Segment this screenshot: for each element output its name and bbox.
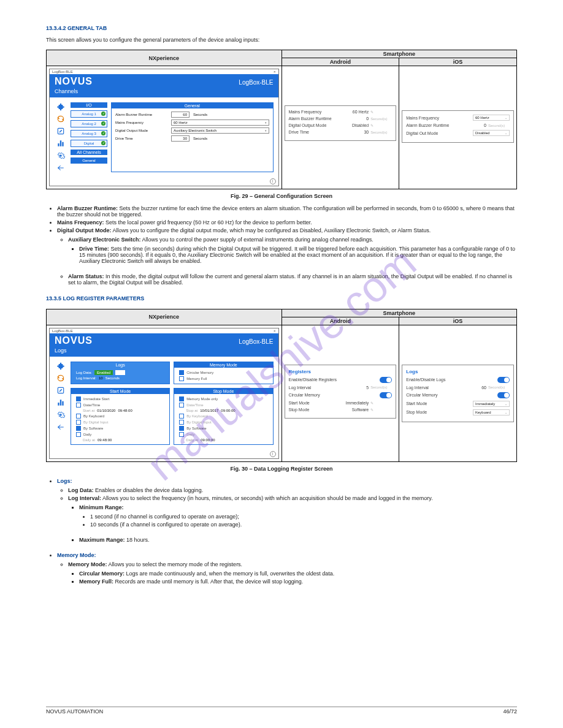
close-icon[interactable]: ×: [274, 329, 276, 333]
refresh-icon[interactable]: [56, 374, 65, 382]
a-stopmode-v[interactable]: Software: [341, 408, 369, 412]
pencil-icon[interactable]: ✎: [369, 408, 392, 412]
a-interval-v[interactable]: 5: [341, 385, 369, 390]
a-logs-title: Registers: [289, 369, 393, 374]
i-digout-l: Digital Out Mode: [406, 131, 473, 135]
refresh-icon[interactable]: [56, 115, 65, 123]
a-enable-toggle[interactable]: [380, 377, 392, 383]
col-ios: iOS: [399, 58, 517, 66]
a-digout-l: Digital Output Mode: [289, 123, 342, 127]
inp-drive-time[interactable]: 30: [171, 135, 190, 142]
pencil-icon[interactable]: ✎: [369, 123, 392, 127]
i-enable-toggle[interactable]: [497, 377, 510, 383]
sm-immediate[interactable]: [76, 396, 81, 401]
a-startmode-v[interactable]: Immediately: [341, 401, 369, 405]
sm-software[interactable]: [76, 426, 81, 431]
ios-card-logs: Logs Enable/Disable Logs Log Interval60S…: [402, 365, 514, 422]
chart-icon[interactable]: [56, 139, 65, 148]
sm-head: Start Mode: [71, 389, 169, 394]
circular-mem-check[interactable]: [179, 370, 184, 375]
table-general: NXperience Smartphone Android iOS LogBox…: [46, 50, 517, 189]
col-nxperience: NXperience: [47, 50, 282, 66]
i-interval-v[interactable]: 60: [459, 385, 486, 390]
edit-icon[interactable]: [56, 386, 65, 395]
android-card-general: Mains Frequency60 Hertz✎ Alarm Buzzer Ru…: [285, 105, 397, 141]
i-mains-l: Mains Frequency: [406, 116, 473, 120]
stp-datetime: [179, 403, 184, 408]
footer-left: NOVUS AUTOMATION: [46, 708, 103, 715]
log-data-lbl: Log Data:: [76, 371, 92, 374]
stp-memonly[interactable]: [179, 396, 184, 401]
puzzle-icon[interactable]: [56, 102, 65, 111]
channel-analog2[interactable]: Analog 2✓: [71, 120, 107, 127]
section-intro-general: This screen allows you to configure the …: [46, 36, 517, 44]
mem-full-check[interactable]: [179, 376, 184, 381]
device-name: LogBox-BLE: [239, 338, 273, 345]
gear-icon[interactable]: [56, 151, 65, 160]
all-channels-header: All Channels: [71, 150, 107, 155]
back-icon[interactable]: [56, 423, 65, 431]
sm-keyboard[interactable]: [76, 414, 81, 419]
i-buzzer-v[interactable]: 0: [459, 123, 486, 127]
close-icon[interactable]: ×: [274, 70, 276, 74]
a-circmem-toggle[interactable]: [380, 392, 392, 398]
back-icon[interactable]: [56, 164, 65, 172]
edit-icon[interactable]: [56, 127, 65, 135]
a-buzzer-u: Second(s): [369, 117, 392, 121]
a-digout-v[interactable]: Disabled: [341, 123, 369, 127]
puzzle-icon[interactable]: [56, 362, 65, 370]
gear-icon[interactable]: [56, 411, 65, 419]
channel-analog3[interactable]: Analog 3✓: [71, 130, 107, 137]
i-startmode-dd[interactable]: Immediately⌄: [473, 401, 510, 407]
i-circmem-toggle[interactable]: [497, 392, 510, 398]
inp-alarm-buzzer[interactable]: 60: [171, 112, 190, 118]
general-button[interactable]: General: [71, 157, 107, 164]
sm-datetime[interactable]: [76, 403, 81, 408]
col-smartphone2: Smartphone: [282, 309, 517, 317]
a-buzzer-v[interactable]: 0: [341, 116, 369, 121]
stp-keyboard: [179, 414, 184, 419]
section-label: Logs: [55, 347, 274, 354]
i-digout-dd[interactable]: Disabled⌄: [473, 130, 510, 136]
nxs-window-channels: LogBox-BLE × NOVUS LogBox-BLE Channels: [49, 69, 279, 186]
a-mains-freq-l: Mains Frequency: [289, 110, 342, 114]
sm-daily[interactable]: [76, 432, 81, 437]
chart-icon[interactable]: [56, 398, 65, 407]
nxs-win-title: LogBox-BLE: [52, 70, 73, 74]
pencil-icon[interactable]: ✎: [369, 110, 392, 114]
fig29-caption: Fig. 29 – General Configuration Screen: [46, 193, 517, 199]
a-mains-freq-v[interactable]: 60 Hertz: [341, 110, 369, 114]
mem-full-lbl: Memory Full: [186, 377, 207, 381]
help-icon[interactable]: i: [270, 451, 276, 457]
channel-analog1[interactable]: Analog 1✓: [71, 110, 107, 118]
android-card-logs: Registers Enable/Disable Registers Log I…: [285, 365, 397, 419]
sel-mains-freq[interactable]: 60 Hertz▾: [171, 119, 269, 126]
nxs-sidebar: [55, 102, 67, 172]
help-icon[interactable]: i: [270, 178, 276, 184]
unit-seconds: Seconds: [193, 113, 207, 116]
pencil-icon[interactable]: ✎: [369, 401, 392, 405]
bullets-general: Alarm Buzzer Runtime: Sets the buzzer ru…: [46, 205, 517, 286]
i-stopmode-dd[interactable]: Keyboard⌄: [473, 409, 510, 415]
unit-seconds2: Seconds: [193, 137, 207, 140]
fig30-caption: Fig. 30 – Data Logging Register Screen: [46, 466, 517, 472]
device-name: LogBox-BLE: [239, 79, 273, 86]
table-logs: NXperience Smartphone Android iOS LogBox…: [46, 309, 517, 462]
channel-digital[interactable]: Digital✓: [71, 140, 107, 147]
section-title-logs: 13.3.5 LOG REGISTER PARAMETERS: [46, 295, 517, 303]
a-drive-v: 30: [341, 130, 369, 134]
io-header: I/O: [71, 102, 107, 108]
nxs-sidebar2: [55, 362, 67, 445]
stp-software[interactable]: [179, 426, 184, 431]
sel-dig-out-mode[interactable]: Auxiliary Electronic Switch▾: [171, 127, 269, 134]
section-title-general: 13.3.4.2 GENERAL TAB: [46, 25, 517, 32]
section-label: Channels: [55, 88, 274, 94]
i-mains-dd[interactable]: 60 Hertz⌄: [473, 115, 510, 121]
ios-card-general: Mains Frequency60 Hertz⌄ Alarm Buzzer Ru…: [402, 110, 514, 143]
col-smartphone: Smartphone: [282, 50, 517, 58]
a-drive-u: Second(s): [369, 131, 392, 134]
log-interval-val[interactable]: 10: [99, 376, 103, 380]
footer: NOVUS AUTOMATION 46/72: [46, 707, 517, 715]
svg-point-3: [59, 414, 62, 416]
enabled-badge[interactable]: Enabled: [94, 370, 113, 375]
